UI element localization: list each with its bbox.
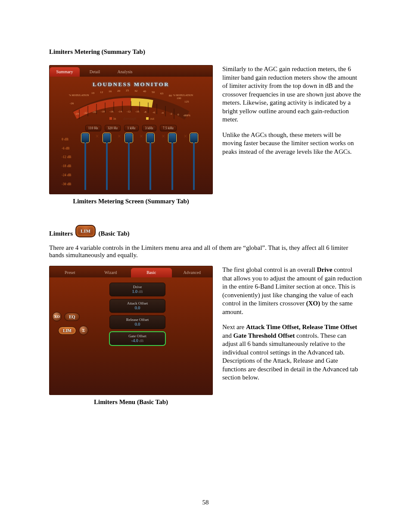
xo-circle-button[interactable]: XO <box>52 312 62 321</box>
tab-wizard[interactable]: Wizard <box>90 268 131 277</box>
eq-pill-button[interactable]: EQ <box>64 313 80 321</box>
freq-chip[interactable]: 7.5 kHz <box>160 125 177 131</box>
gain-reduction-meters: 0 dB -6 dB -12 dB -18 dB -24 dB -30 dB ×… <box>62 134 199 190</box>
release-offset-control[interactable]: Release Offset 0.0 <box>109 315 165 329</box>
gate-offset-control[interactable]: Gate Offset -4.0dB <box>109 332 165 345</box>
x-icon: × <box>184 133 187 140</box>
limiter-meter[interactable] <box>168 133 176 190</box>
figure-caption-2: Limiters Menu (Basic Tab) <box>49 398 213 406</box>
limiter-meter[interactable] <box>125 133 133 190</box>
section-heading-2-pre: Limiters <box>49 230 73 237</box>
x-icon: × <box>140 133 143 140</box>
panel-title: LOUDNESS MONITOR <box>50 81 212 88</box>
body-paragraph: Similarly to the AGC gain reduction mete… <box>222 65 362 124</box>
sigma-circle-button[interactable]: Σ <box>79 326 88 335</box>
tab-basic[interactable]: Basic <box>131 268 172 277</box>
tab-detail[interactable]: Detail <box>80 67 110 77</box>
section-heading-1: Limiters Metering (Summary Tab) <box>49 48 362 56</box>
tab-preset[interactable]: Preset <box>50 268 90 277</box>
loudness-gauge: % MODULATION % MODULATION <box>66 89 196 123</box>
freq-chip[interactable]: 3 kHz <box>142 125 156 131</box>
freq-chip-row: 110 Hz 320 Hz 1 kHz 3 kHz 7.5 kHz <box>50 125 212 131</box>
drive-control[interactable]: Drive 1.0dB <box>109 283 165 296</box>
body-paragraph: There are 4 variable controls in the Lim… <box>49 244 362 259</box>
x-icon: × <box>118 133 121 140</box>
screenshot-limiters-basic: Preset Wizard Basic Advanced XO EQ L <box>49 266 213 395</box>
page-number: 58 <box>0 499 411 506</box>
freq-chip[interactable]: 110 Hz <box>85 125 101 131</box>
x-icon: × <box>162 133 165 140</box>
section-heading-2-post: (Basic Tab) <box>98 230 129 237</box>
screenshot-loudness-monitor: Summary Detail Analysis LOUDNESS MONITOR… <box>49 65 213 194</box>
body-paragraph: Unlike the AGCs though, these meters wil… <box>222 131 362 156</box>
legend-in: in <box>109 117 116 121</box>
limiter-meter[interactable] <box>81 133 89 190</box>
tab-summary[interactable]: Summary <box>50 67 80 77</box>
figure-caption-1: Limiters Metering Screen (Summary Tab) <box>49 198 213 205</box>
lim-pill-button[interactable]: LIM <box>58 327 76 335</box>
attack-offset-control[interactable]: Attack Offset 0.0 <box>109 299 165 313</box>
freq-chip[interactable]: 1 kHz <box>124 125 138 131</box>
limiter-meter[interactable] <box>190 133 198 190</box>
body-paragraph: The first global control is an overall D… <box>222 266 362 316</box>
tab-analysis[interactable]: Analysis <box>110 67 140 77</box>
freq-chip[interactable]: 320 Hz <box>105 125 121 131</box>
legend-out: out <box>146 117 154 121</box>
limiter-meter[interactable] <box>103 133 111 190</box>
limiter-meter[interactable] <box>146 133 154 190</box>
x-icon: × <box>95 133 99 140</box>
tab-advanced[interactable]: Advanced <box>172 268 213 277</box>
legend-dorrough: dorrough <box>123 117 136 121</box>
lim-button-icon[interactable]: LIM <box>75 225 96 237</box>
body-paragraph: Next are Attack Time Offset, Release Tim… <box>222 323 362 382</box>
